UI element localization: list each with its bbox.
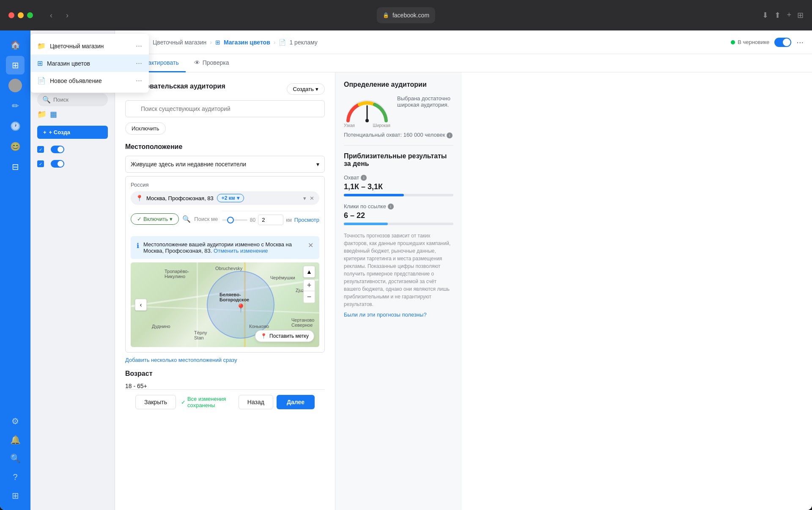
sidebar-icon-smiley[interactable]: 😊 (6, 137, 25, 156)
create-button[interactable]: + + Созда (37, 126, 108, 139)
zoom-out-button[interactable]: − (303, 291, 315, 303)
list-icon-btn[interactable]: ▦ (50, 110, 57, 119)
status-toggle[interactable] (774, 38, 791, 47)
radius-row: 80 км Просмотр (222, 211, 319, 229)
sidebar-icon-help[interactable]: ? (6, 468, 25, 486)
km-unit-label: км (286, 217, 292, 223)
reach-info-icon[interactable]: i (447, 132, 453, 138)
clicks-stat-label-text: Клики по ссылке (344, 203, 386, 210)
nav-buttons: Назад Далее (239, 395, 315, 409)
dropdown-item-ad[interactable]: 📄 Новое объявление ··· (30, 72, 149, 89)
sidebar-icon-edit[interactable]: ✏ (6, 96, 25, 115)
reach-stat-info-icon[interactable]: i (361, 175, 367, 181)
map-container[interactable]: 📍 Тропарёво-Никулино Obruchevsky Черёмуш… (131, 262, 319, 347)
reach-stat: Охват i 1,1К – 3,1К (344, 174, 453, 196)
breadcrumb-3[interactable]: 1 рекламу (289, 39, 317, 46)
search-box-small[interactable]: 🔍 (37, 93, 108, 106)
include-button[interactable]: ✓ Включить ▾ (131, 213, 179, 225)
notification-undo-link[interactable]: Отменить изменение (214, 248, 268, 254)
zoom-in-button[interactable]: + (303, 279, 315, 291)
chevron-include-icon: ▾ (170, 216, 173, 222)
location-type-dropdown[interactable]: Живущие здесь или недавние посетители ▾ (125, 156, 325, 173)
checkbox-1[interactable]: ✓ (37, 146, 44, 153)
chevron-down-small-icon: ▾ (237, 195, 239, 201)
sidebar-icon-grid[interactable]: ⊞ (6, 56, 25, 74)
breadcrumb-1[interactable]: Цветочный магазин (153, 39, 206, 46)
maximize-traffic-light[interactable] (27, 12, 33, 18)
ad-more-icon[interactable]: ··· (136, 76, 142, 85)
loc-actions: ▾ ✕ (303, 195, 314, 201)
next-button[interactable]: Далее (277, 395, 315, 409)
checkbox-2[interactable]: ✓ (37, 160, 44, 167)
place-mark-button[interactable]: 📍 Поставить метку (255, 330, 314, 342)
user-avatar (8, 79, 22, 92)
close-location-icon[interactable]: ✕ (310, 195, 314, 201)
reach-stat-bar (344, 194, 453, 196)
toggle-2[interactable] (51, 160, 64, 168)
download-icon[interactable]: ⬇ (762, 11, 768, 20)
sidebar-bottom: ⚙ 🔔 🔍 ? ⊞ (6, 412, 25, 505)
dropdown-item-folder[interactable]: 📁 Цветочный магазин ··· (30, 37, 149, 55)
ad-icon: 📄 (37, 77, 46, 85)
exclude-button[interactable]: Исключить (125, 122, 166, 135)
radius-input[interactable] (258, 215, 283, 225)
folder-icon-btn[interactable]: 📁 (37, 110, 47, 119)
sidebar-icon-apps[interactable]: ⊞ (6, 486, 25, 505)
close-notification-icon[interactable]: ✕ (308, 241, 313, 249)
toggle-1[interactable] (51, 146, 64, 153)
dropdown-item-campaign[interactable]: ⊞ Магазин цветов ··· (30, 55, 149, 72)
folder-more-icon[interactable]: ··· (136, 41, 142, 50)
tab-preview[interactable]: 👁 Проверка (187, 54, 236, 72)
russia-label: Россия (131, 182, 319, 188)
plus-tab-icon[interactable]: + (787, 11, 791, 20)
sidebar-icon-settings[interactable]: ⚙ (6, 412, 25, 430)
sidebar-icon-avatar[interactable] (6, 76, 25, 95)
more-options-button[interactable]: ··· (796, 37, 804, 47)
breadcrumb-sep-1: › (210, 39, 212, 46)
minimize-traffic-light[interactable] (18, 12, 24, 18)
narrow-label: Узкая (344, 123, 355, 128)
search-small-input[interactable] (53, 96, 103, 103)
sidebar-icon-search[interactable]: 🔍 (6, 449, 25, 468)
close-button[interactable]: Закрыть (135, 395, 176, 409)
check-icon: ✓ (137, 216, 142, 222)
breadcrumb-2[interactable]: Магазин цветов (224, 39, 270, 46)
close-traffic-light[interactable] (8, 12, 14, 18)
map-zoom-controls: + − (303, 279, 315, 303)
audience-search-input[interactable] (125, 100, 325, 117)
grid-icon[interactable]: ⊞ (797, 11, 804, 20)
map-label-dujdino: Дуднино (152, 324, 170, 329)
forecast-useful-link[interactable]: Были ли эти прогнозы полезны? (344, 312, 453, 318)
map-scroll-up-button[interactable]: ▲ (303, 266, 315, 278)
share-icon[interactable]: ⬆ (774, 11, 781, 20)
clicks-stat-info-icon[interactable]: i (388, 204, 394, 210)
dropdown-arrow-icon: ▾ (316, 161, 319, 168)
add-multiple-locations-link[interactable]: Добавить несколько местоположений сразу (125, 357, 325, 363)
sidebar-icon-home[interactable]: 🏠 (6, 36, 25, 54)
address-bar[interactable]: 🔒 facebook.com (377, 7, 435, 23)
campaign-more-icon[interactable]: ··· (136, 59, 142, 68)
forward-nav-button[interactable]: › (61, 9, 74, 22)
create-audience-button[interactable]: Создать ▾ (287, 83, 325, 95)
chevron-down-loc-icon[interactable]: ▾ (303, 195, 306, 201)
gauge-description: Выбрана достаточно широкая аудитория. (397, 95, 453, 125)
map-left-arrow-button[interactable]: ‹ (135, 299, 147, 311)
location-box: Россия 📍 Москва, Профсоюзная, 83 +2 км ▾… (125, 176, 325, 353)
gauge-wrap: Узкая Широкая (344, 95, 390, 125)
sidebar-icon-table[interactable]: ⊟ (6, 157, 25, 176)
sidebar-icon-clock[interactable]: 🕐 (6, 117, 25, 135)
clicks-stat-value: 6 – 22 (344, 211, 453, 220)
search-loc-label[interactable]: Поиск ме (194, 216, 218, 222)
preview-link[interactable]: Просмотр (294, 217, 319, 223)
age-title: Возраст (125, 370, 325, 378)
back-nav-button[interactable]: ‹ (45, 9, 58, 22)
top-bar-right: В черновике ··· (731, 37, 804, 47)
mark-pin-icon: 📍 (261, 333, 267, 339)
content-area: Пользовательская аудитория Создать ▾ 🔍 И… (115, 72, 812, 510)
sidebar-icon-bell[interactable]: 🔔 (6, 430, 25, 449)
dropdown-item-folder-left: 📁 Цветочный магазин (37, 42, 104, 50)
radius-slider[interactable] (222, 219, 247, 221)
km-badge[interactable]: +2 км ▾ (217, 194, 244, 202)
dropdown-folder-name: Цветочный магазин (50, 43, 104, 50)
back-button[interactable]: Назад (239, 395, 273, 409)
